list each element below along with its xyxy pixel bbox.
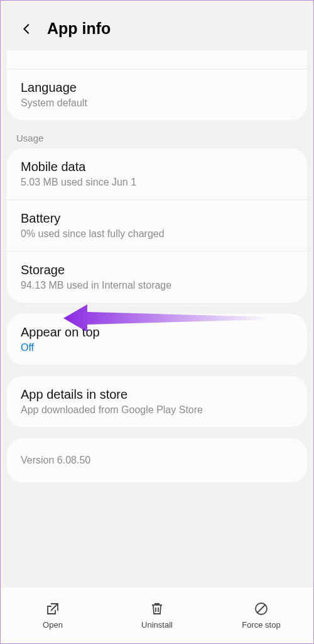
row-title: Language (21, 80, 293, 95)
row-sub: System default (21, 97, 293, 109)
row-appear-on-top[interactable]: Appear on top Off (7, 314, 307, 365)
row-battery[interactable]: Battery 0% used since last fully charged (7, 199, 307, 251)
force-stop-button[interactable]: Force stop (209, 587, 313, 643)
card-store-details: App details in store App downloaded from… (7, 376, 307, 427)
open-icon (45, 601, 60, 616)
button-label: Open (43, 620, 63, 630)
page-title: App info (47, 19, 111, 38)
row-title: Storage (21, 263, 293, 277)
header: App info (1, 1, 313, 50)
row-sub: App downloaded from Google Play Store (21, 404, 293, 416)
svg-line-2 (257, 605, 265, 613)
row-mobile-data[interactable]: Mobile data 5.03 MB used since Jun 1 (7, 148, 307, 199)
back-button[interactable] (18, 20, 36, 38)
row-sub: Off (21, 342, 293, 353)
row-sub: 94.13 MB used in Internal storage (21, 280, 293, 291)
card-general: Language System default (7, 50, 307, 120)
trash-icon (149, 601, 165, 616)
row-store-details[interactable]: App details in store App downloaded from… (7, 376, 307, 427)
card-usage: Mobile data 5.03 MB used since Jun 1 Bat… (7, 148, 307, 303)
open-button[interactable]: Open (1, 587, 105, 643)
stop-icon (254, 601, 269, 616)
row-title: Mobile data (21, 160, 293, 174)
row-title: Appear on top (21, 325, 293, 340)
row-title: App details in store (21, 387, 293, 402)
row-title: Battery (21, 211, 293, 226)
row-sub: 5.03 MB used since Jun 1 (21, 177, 293, 188)
button-label: Force stop (242, 620, 280, 630)
section-label-usage: Usage (1, 120, 313, 148)
version-label: Version 6.08.50 (7, 438, 307, 482)
chevron-left-icon (20, 22, 34, 36)
row-language[interactable]: Language System default (7, 69, 307, 120)
bottom-bar: Open Uninstall Force stop (1, 587, 313, 643)
card-version: Version 6.08.50 (7, 438, 307, 482)
prev-item-peek[interactable] (7, 50, 307, 69)
button-label: Uninstall (141, 620, 173, 630)
row-sub: 0% used since last fully charged (21, 228, 293, 240)
card-appear-on-top: Appear on top Off (7, 314, 307, 365)
row-storage[interactable]: Storage 94.13 MB used in Internal storag… (7, 251, 307, 303)
uninstall-button[interactable]: Uninstall (105, 587, 209, 643)
